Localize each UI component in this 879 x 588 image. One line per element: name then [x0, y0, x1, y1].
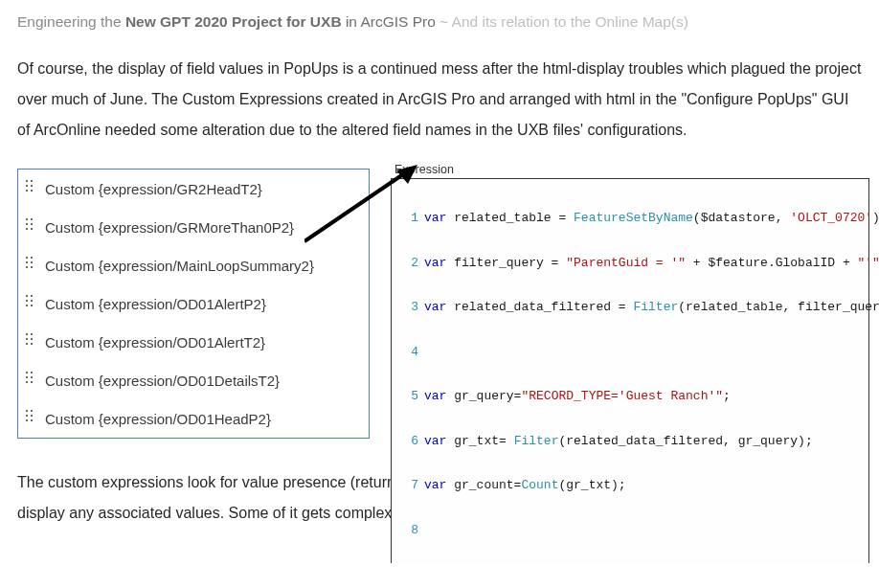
heading-tilde: ~ — [440, 13, 452, 30]
heading-prefix: Engineering the — [17, 13, 125, 30]
line-number: 1 — [394, 211, 424, 226]
figure-row: Custom {expression/GR2HeadT2} Custom {ex… — [17, 163, 862, 450]
code-line: var related_data_filtered = Filter(relat… — [424, 300, 879, 315]
heading-mid: in ArcGIS Pro — [342, 13, 440, 30]
line-number: 2 — [394, 256, 424, 271]
drag-handle-icon[interactable] — [26, 180, 35, 197]
drag-handle-icon[interactable] — [26, 295, 35, 312]
intro-paragraph: Of course, the display of field values i… — [17, 54, 862, 146]
line-number: 7 — [394, 478, 424, 493]
expression-label: Custom {expression/OD01HeadP2} — [45, 411, 271, 427]
drag-handle-icon[interactable] — [26, 257, 35, 274]
heading-bold: New GPT 2020 Project for UXB — [125, 13, 342, 30]
list-item[interactable]: Custom {expression/GRMoreThan0P2} — [18, 208, 369, 246]
expression-list-box: Custom {expression/GR2HeadT2} Custom {ex… — [17, 169, 370, 439]
drag-handle-icon[interactable] — [26, 218, 35, 236]
expression-label: Custom {expression/GRMoreThan0P2} — [45, 219, 294, 236]
list-item[interactable]: Custom {expression/OD01DetailsT2} — [18, 361, 369, 399]
line-number: 4 — [394, 345, 424, 360]
line-number: 3 — [394, 300, 424, 315]
code-line — [424, 523, 865, 538]
line-number: 5 — [394, 389, 424, 404]
line-number: 8 — [394, 523, 424, 538]
list-item[interactable]: Custom {expression/OD01AlertT2} — [18, 323, 369, 361]
code-line: var gr_count=Count(gr_txt); — [424, 478, 865, 493]
page: Engineering the New GPT 2020 Project for… — [0, 0, 879, 563]
code-box: 1var related_table = FeatureSetByName($d… — [391, 178, 869, 563]
page-heading: Engineering the New GPT 2020 Project for… — [17, 13, 862, 31]
code-panel: Expression 1var related_table = FeatureS… — [391, 163, 869, 563]
expression-label: Custom {expression/OD01AlertP2} — [45, 296, 266, 312]
list-item[interactable]: Custom {expression/GR2HeadT2} — [18, 170, 369, 208]
code-line: var gr_txt= Filter(related_data_filtered… — [424, 434, 865, 449]
heading-tail: And its relation to the Online Map(s) — [452, 13, 688, 30]
expression-label: Custom {expression/GR2HeadT2} — [45, 181, 262, 197]
list-item[interactable]: Custom {expression/OD01HeadP2} — [18, 399, 369, 438]
list-item[interactable]: Custom {expression/OD01AlertP2} — [18, 284, 369, 323]
code-line — [424, 345, 865, 360]
expression-label: Custom {expression/OD01DetailsT2} — [45, 373, 280, 389]
list-item[interactable]: Custom {expression/MainLoopSummary2} — [18, 246, 369, 284]
code-panel-title: Expression — [391, 163, 869, 178]
drag-handle-icon[interactable] — [26, 410, 35, 427]
code-line: var filter_query = "ParentGuid = '" + $f… — [424, 256, 879, 271]
expression-label: Custom {expression/MainLoopSummary2} — [45, 258, 314, 274]
drag-handle-icon[interactable] — [26, 333, 35, 351]
code-line: var gr_query="RECORD_TYPE='Guest Ranch'"… — [424, 389, 865, 404]
expression-label: Custom {expression/OD01AlertT2} — [45, 334, 265, 351]
code-line: var related_table = FeatureSetByName($da… — [424, 211, 879, 226]
line-number: 6 — [394, 434, 424, 449]
drag-handle-icon[interactable] — [26, 372, 35, 389]
